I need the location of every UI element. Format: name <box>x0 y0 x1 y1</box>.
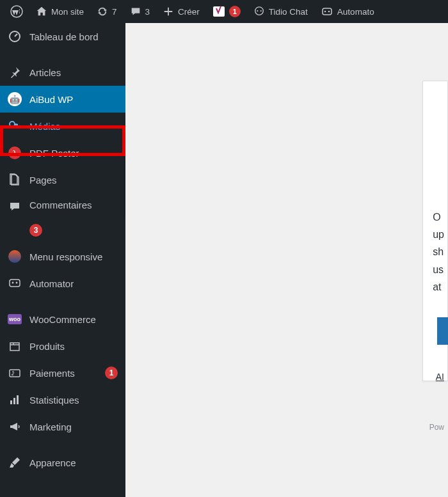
menu-payments[interactable]: $ Paiements 1 <box>0 359 125 386</box>
menu-automator[interactable]: Automator <box>0 270 125 297</box>
menu-label: WooCommerce <box>29 314 118 325</box>
create-label: Créer <box>178 7 200 17</box>
chat-icon <box>253 6 265 17</box>
updates-count: 7 <box>112 7 117 17</box>
pdf-icon: λ <box>8 146 22 160</box>
menu-label: PDF Poster <box>29 148 118 159</box>
svg-point-2 <box>255 7 264 15</box>
partial-footer: Pow <box>429 423 444 432</box>
automator-top-label: Automato <box>337 7 374 17</box>
menu-medias[interactable]: Médias <box>0 113 125 139</box>
menu-responsive-icon <box>8 249 22 264</box>
menu-marketing[interactable]: Marketing <box>0 413 125 440</box>
svg-text:$: $ <box>12 370 15 374</box>
menu-pdfposter[interactable]: λ PDF Poster <box>0 139 125 166</box>
partial-text: sh <box>433 243 444 260</box>
site-name: Mon site <box>51 7 84 17</box>
payments-badge: 1 <box>105 367 118 379</box>
menu-label: Tableau de bord <box>29 31 118 42</box>
svg-point-7 <box>328 11 330 13</box>
card-icon: $ <box>8 366 22 380</box>
comment-icon <box>8 200 22 214</box>
menu-label: Médias <box>29 121 118 132</box>
menu-appearance[interactable]: Apparence <box>0 449 125 476</box>
aibud-icon: 🤖 <box>8 92 22 106</box>
svg-point-11 <box>12 282 14 284</box>
menu-label: Apparence <box>29 457 118 468</box>
updates-link[interactable]: 7 <box>92 0 122 23</box>
svg-point-3 <box>257 10 258 12</box>
menu-label: Articles <box>29 67 118 78</box>
menu-label: Commentaires <box>29 200 118 210</box>
yoast-link[interactable]: 1 <box>207 0 246 23</box>
megaphone-icon <box>8 420 22 434</box>
woocommerce-icon: woo <box>8 312 22 326</box>
pages-icon <box>8 173 22 187</box>
brush-icon <box>8 455 22 469</box>
wp-logo[interactable] <box>5 0 28 23</box>
menu-label: Marketing <box>29 422 118 432</box>
yoast-badge: 1 <box>229 6 241 17</box>
menu-woocommerce[interactable]: woo WooCommerce <box>0 306 125 333</box>
comments-link[interactable]: 3 <box>125 0 156 23</box>
svg-rect-16 <box>13 398 15 404</box>
menu-statistics[interactable]: Statistiques <box>0 386 125 413</box>
plus-icon <box>163 6 174 17</box>
refresh-icon <box>97 6 108 17</box>
dashboard-icon <box>8 29 22 43</box>
svg-point-9 <box>10 122 15 127</box>
comment-icon <box>130 6 141 17</box>
svg-point-4 <box>260 10 261 12</box>
menu-label: Produits <box>29 341 118 352</box>
robot-icon <box>8 276 22 290</box>
svg-point-6 <box>324 11 326 13</box>
home-icon <box>36 6 47 17</box>
robot-icon <box>321 6 333 17</box>
partial-text: up <box>433 226 444 243</box>
svg-point-12 <box>16 282 18 284</box>
box-icon <box>8 339 22 353</box>
partial-button[interactable] <box>437 317 448 345</box>
menu-articles[interactable]: Articles <box>0 59 125 86</box>
menu-products[interactable]: Produits <box>0 333 125 359</box>
wordpress-icon <box>10 5 23 18</box>
menu-aibud[interactable]: 🤖 AiBud WP <box>0 86 125 113</box>
partial-text: at <box>433 278 444 296</box>
menu-label: Automator <box>29 278 118 289</box>
admin-sidebar: Tableau de bord Articles 🤖 AiBud WP Médi… <box>0 23 125 497</box>
tidio-link[interactable]: Tidio Chat <box>248 0 313 23</box>
svg-rect-10 <box>10 280 20 287</box>
menu-label: Menu responsive <box>29 251 118 262</box>
menu-pages[interactable]: Pages <box>0 166 125 193</box>
svg-rect-15 <box>10 400 12 404</box>
admin-bar: Mon site 7 3 Créer 1 Tidio Chat Automa <box>0 0 448 23</box>
partial-text: us <box>433 261 444 278</box>
comments-badge: 3 <box>29 224 42 237</box>
svg-rect-5 <box>323 8 332 15</box>
menu-label: Pages <box>29 175 118 185</box>
tidio-label: Tidio Chat <box>269 7 308 17</box>
menu-label: Statistiques <box>29 395 118 406</box>
media-icon <box>8 119 22 133</box>
pin-icon <box>8 65 22 79</box>
bars-icon <box>8 393 22 407</box>
menu-comments[interactable]: Commentaires 3 <box>0 193 125 243</box>
menu-label: Paiements <box>29 368 97 379</box>
menu-dashboard[interactable]: Tableau de bord <box>0 23 125 50</box>
menu-responsive[interactable]: Menu responsive <box>0 243 125 270</box>
yoast-icon <box>212 5 225 18</box>
svg-rect-13 <box>10 370 20 377</box>
svg-rect-17 <box>17 395 19 404</box>
create-link[interactable]: Créer <box>157 0 205 23</box>
menu-label: AiBud WP <box>29 94 118 105</box>
partial-link[interactable]: AI <box>436 372 444 382</box>
site-home[interactable]: Mon site <box>31 0 89 23</box>
comments-count: 3 <box>145 7 150 17</box>
automator-top-link[interactable]: Automato <box>316 0 380 23</box>
content-area: O up sh us at AI Pow <box>125 23 448 497</box>
partial-text: O <box>433 209 444 226</box>
